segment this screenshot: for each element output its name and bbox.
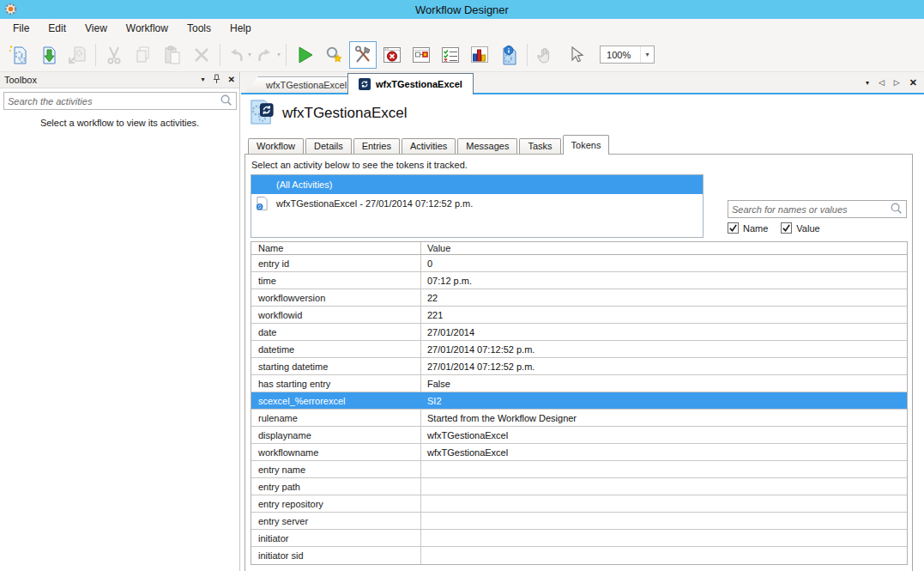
token-row[interactable]: time07:12 p.m.: [251, 272, 907, 289]
token-row[interactable]: initiator: [251, 530, 907, 547]
import-workflow-button[interactable]: [34, 41, 62, 69]
titlebar[interactable]: Workflow Designer: [0, 0, 924, 19]
cut-button: [100, 41, 128, 69]
activity-list-item[interactable]: (All Activities): [251, 175, 703, 194]
activity-list-item[interactable]: wfxTGestionaExcel - 27/01/2014 07:12:52 …: [251, 194, 703, 213]
token-search-input[interactable]: [732, 204, 890, 215]
tab-details[interactable]: Details: [305, 138, 352, 154]
close-tab-icon[interactable]: ✕: [909, 78, 917, 88]
toolbox-search-input[interactable]: [8, 96, 220, 106]
token-search: [728, 200, 907, 218]
document-tab-1[interactable]: wfxTGestionaExcel: [347, 73, 474, 94]
toolbar-separator: [527, 44, 528, 66]
delete-icon: [191, 45, 212, 65]
toolbar: ▾▾ 100% ▾: [0, 38, 924, 72]
workflow-instance-icon: [256, 196, 269, 213]
statistics-button[interactable]: [466, 41, 493, 69]
search-icon[interactable]: [890, 202, 903, 216]
workflow-document-icon: [248, 99, 275, 127]
tab-messages[interactable]: Messages: [457, 138, 517, 154]
token-value-cell: 221: [421, 307, 907, 323]
token-value-cell: 07:12 p.m.: [421, 272, 907, 289]
token-name-cell: entry server: [251, 513, 421, 529]
token-row[interactable]: entry repository: [251, 495, 907, 513]
toolbox-panel: Toolbox ▾ ✕ Select a workflow to view it…: [0, 72, 240, 571]
search-icon[interactable]: [220, 94, 233, 108]
pin-icon[interactable]: [213, 74, 220, 86]
token-value-cell: [421, 513, 907, 529]
tools-options-button[interactable]: [349, 41, 377, 69]
token-row[interactable]: displaynamewfxTGestionaExcel: [251, 427, 907, 444]
token-value-cell: [421, 495, 907, 512]
select-button[interactable]: [561, 41, 589, 69]
token-value-cell: 22: [421, 289, 907, 306]
pan-button: [532, 41, 559, 69]
value-checkbox-label: Value: [796, 223, 819, 234]
toolbar-separator: [220, 44, 220, 66]
token-row[interactable]: workflownamewfxTGestionaExcel: [251, 444, 907, 461]
token-row[interactable]: date27/01/2014: [251, 324, 907, 341]
menu-edit[interactable]: Edit: [39, 20, 75, 37]
tab-activities[interactable]: Activities: [402, 138, 456, 154]
token-row[interactable]: starting datetime27/01/2014 07:12:52 p.m…: [251, 358, 907, 375]
token-row[interactable]: initiator sid: [251, 547, 907, 564]
find-activities-icon: [323, 45, 344, 65]
tab-entries[interactable]: Entries: [353, 138, 400, 154]
combobox-dropdown-icon[interactable]: ▾: [640, 46, 654, 63]
document-tab-0[interactable]: wfxTGestionaExcel: [245, 76, 359, 93]
token-row[interactable]: rulenameStarted from the Workflow Design…: [251, 410, 907, 427]
menu-view[interactable]: View: [75, 20, 117, 37]
run-workflow-button[interactable]: [291, 41, 318, 69]
tab-workflow[interactable]: Workflow: [248, 138, 304, 154]
task-list-icon: [440, 45, 461, 65]
token-row[interactable]: entry server: [251, 513, 907, 530]
document-tab-label: wfxTGestionaExcel: [376, 79, 462, 89]
column-header-name[interactable]: Name: [251, 242, 421, 254]
scroll-tabs-right-icon[interactable]: ▷: [894, 79, 900, 87]
menu-file[interactable]: File: [3, 20, 39, 37]
workflow-info-button[interactable]: [495, 41, 522, 69]
token-row[interactable]: scexcel_%errorexcelSI2: [251, 392, 907, 410]
token-name-cell: workflowversion: [251, 289, 421, 306]
token-table: Name Value entry id0time07:12 p.m.workfl…: [251, 241, 908, 565]
tools-icon: [353, 45, 373, 65]
token-name-cell: scexcel_%errorexcel: [251, 392, 421, 409]
token-name-cell: entry name: [251, 461, 421, 477]
find-activities-button[interactable]: [320, 41, 347, 69]
breakpoints-button[interactable]: [408, 41, 435, 69]
token-table-header[interactable]: Name Value: [251, 242, 907, 255]
close-icon[interactable]: ✕: [228, 76, 235, 84]
token-name-cell: entry path: [251, 478, 421, 495]
zoom-level-combobox[interactable]: 100% ▾: [600, 46, 655, 64]
menu-workflow[interactable]: Workflow: [117, 20, 178, 37]
tab-tasks[interactable]: Tasks: [519, 138, 560, 154]
task-list-button[interactable]: [437, 41, 464, 69]
token-row[interactable]: has starting entryFalse: [251, 375, 907, 392]
tab-list-dropdown-icon[interactable]: ▾: [866, 80, 869, 87]
document-tab-label: wfxTGestionaExcel: [266, 80, 347, 90]
tab-tokens[interactable]: Tokens: [563, 135, 610, 155]
activity-list: (All Activities)wfxTGestionaExcel - 27/0…: [251, 174, 704, 238]
statistics-icon: [469, 45, 490, 65]
column-header-value[interactable]: Value: [421, 243, 907, 253]
redo-icon: [255, 45, 275, 65]
menu-tools[interactable]: Tools: [178, 20, 220, 37]
token-row[interactable]: workflowid221: [251, 307, 907, 324]
menu-help[interactable]: Help: [220, 20, 261, 37]
token-row[interactable]: workflowversion22: [251, 289, 907, 307]
token-row[interactable]: datetime27/01/2014 07:12:52 p.m.: [251, 341, 907, 358]
value-checkbox[interactable]: [781, 222, 792, 234]
token-row[interactable]: entry path: [251, 478, 907, 495]
scroll-tabs-left-icon[interactable]: ◁: [879, 79, 885, 87]
select-arrow-icon: [565, 45, 585, 65]
name-checkbox[interactable]: [728, 222, 739, 234]
token-row[interactable]: entry id0: [251, 255, 907, 272]
error-list-button[interactable]: [378, 41, 406, 69]
new-workflow-button[interactable]: [5, 41, 33, 69]
redo-button: ▾: [254, 41, 281, 69]
run-icon: [294, 45, 315, 65]
token-row[interactable]: entry name: [251, 461, 907, 478]
toolbox-empty-message: Select a workflow to view its activities…: [0, 118, 239, 128]
name-checkbox-label: Name: [743, 223, 768, 234]
panel-menu-icon[interactable]: ▾: [202, 76, 205, 83]
